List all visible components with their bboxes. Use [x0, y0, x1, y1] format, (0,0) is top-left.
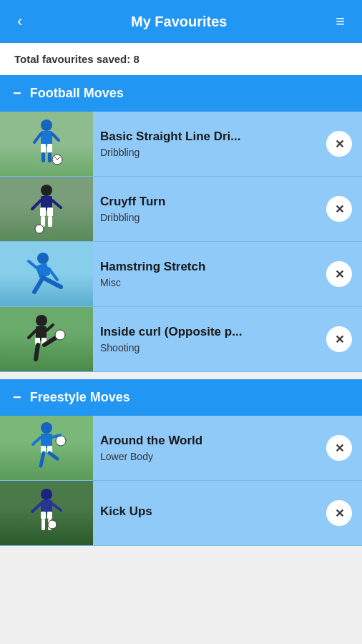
item-6-content: Kick Ups	[93, 496, 326, 530]
freestyle-moves-collapse-icon[interactable]: −	[13, 389, 21, 406]
section-divider	[0, 372, 362, 379]
svg-line-49	[32, 504, 41, 512]
svg-line-21	[34, 278, 43, 292]
item-2-title: Cruyff Turn	[100, 195, 319, 209]
svg-rect-5	[48, 152, 52, 162]
svg-rect-4	[41, 152, 45, 162]
item-1-thumbnail	[0, 112, 93, 176]
menu-button[interactable]: ≡	[330, 6, 351, 36]
svg-line-50	[52, 504, 61, 510]
svg-rect-2	[41, 144, 46, 152]
list-item: Hamstring Stretch Misc	[0, 242, 362, 307]
item-4-subtitle: Shooting	[100, 342, 319, 353]
list-item: Cruyff Turn Dribbling	[0, 177, 362, 242]
svg-line-31	[29, 331, 36, 338]
item-2-content: Cruyff Turn Dribbling	[93, 186, 326, 232]
svg-rect-14	[48, 216, 52, 227]
list-item: Basic Straight Line Dri... Dribbling	[0, 112, 362, 177]
svg-rect-11	[40, 208, 46, 216]
favourites-count-label: Total favourites saved:	[14, 53, 130, 65]
item-5-content: Around the World Lower Body	[93, 425, 326, 471]
item-4-title: Inside curl (Opposite p...	[100, 325, 319, 339]
item-6-thumbnail	[0, 481, 93, 545]
svg-point-0	[41, 119, 52, 131]
favourites-count-bar: Total favourites saved: 8	[0, 43, 362, 75]
svg-line-38	[49, 453, 57, 459]
svg-rect-45	[47, 512, 52, 519]
list-item: Inside curl (Opposite p... Shooting	[0, 307, 362, 372]
svg-point-48	[48, 520, 57, 529]
back-button[interactable]: ‹	[11, 6, 28, 36]
list-item: Around the World Lower Body	[0, 416, 362, 481]
item-4-remove-button[interactable]	[326, 326, 352, 352]
page-title: My Favourites	[28, 14, 330, 30]
football-moves-section: − Football Moves	[0, 75, 362, 372]
svg-line-32	[47, 325, 53, 331]
item-5-title: Around the World	[100, 434, 319, 448]
svg-line-16	[32, 200, 41, 209]
item-1-remove-button[interactable]	[326, 131, 352, 157]
football-moves-collapse-icon[interactable]: −	[13, 85, 21, 102]
item-2-remove-button[interactable]	[326, 196, 352, 222]
svg-point-42	[41, 489, 52, 500]
freestyle-moves-header[interactable]: − Freestyle Moves	[0, 379, 362, 416]
item-5-thumbnail	[0, 416, 93, 480]
item-1-content: Basic Straight Line Dri... Dribbling	[93, 121, 326, 167]
item-3-thumbnail	[0, 242, 93, 306]
svg-line-8	[52, 134, 59, 140]
svg-point-33	[41, 422, 52, 434]
item-5-subtitle: Lower Body	[100, 451, 319, 462]
svg-line-37	[41, 453, 44, 466]
item-4-thumbnail	[0, 307, 93, 371]
svg-line-40	[33, 437, 41, 444]
item-3-content: Hamstring Stretch Misc	[93, 251, 326, 297]
svg-point-30	[55, 330, 65, 340]
svg-rect-44	[41, 512, 46, 519]
item-3-subtitle: Misc	[100, 277, 319, 288]
freestyle-moves-title: Freestyle Moves	[30, 390, 130, 405]
svg-point-15	[35, 225, 44, 233]
svg-point-18	[37, 253, 49, 264]
item-5-remove-button[interactable]	[326, 435, 352, 461]
svg-point-24	[36, 315, 47, 326]
favourites-count-value: 8	[133, 53, 139, 65]
item-1-subtitle: Dribbling	[100, 147, 319, 158]
item-1-title: Basic Straight Line Dri...	[100, 130, 319, 144]
svg-point-9	[41, 185, 52, 196]
svg-line-17	[52, 200, 61, 208]
app-header: ‹ My Favourites ≡	[0, 0, 362, 43]
football-moves-title: Football Moves	[30, 86, 124, 101]
item-2-subtitle: Dribbling	[100, 212, 319, 223]
svg-line-28	[36, 345, 38, 359]
svg-rect-46	[41, 519, 45, 530]
svg-line-7	[34, 134, 41, 142]
item-3-title: Hamstring Stretch	[100, 260, 319, 274]
item-6-title: Kick Ups	[100, 504, 319, 519]
svg-rect-3	[47, 144, 52, 152]
svg-line-22	[29, 261, 37, 268]
item-6-remove-button[interactable]	[326, 500, 352, 526]
item-4-content: Inside curl (Opposite p... Shooting	[93, 316, 326, 362]
item-2-thumbnail	[0, 177, 93, 241]
football-moves-header[interactable]: − Football Moves	[0, 75, 362, 112]
svg-rect-12	[47, 208, 53, 216]
item-3-remove-button[interactable]	[326, 261, 352, 287]
freestyle-moves-section: − Freestyle Moves	[0, 379, 362, 546]
list-item: Kick Ups	[0, 481, 362, 546]
